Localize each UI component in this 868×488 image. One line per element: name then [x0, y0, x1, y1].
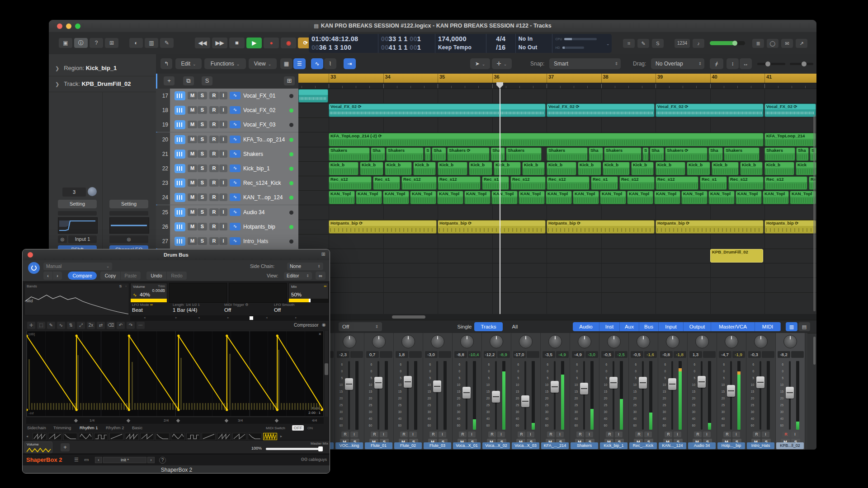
- region[interactable]: KAN_Topl: [790, 191, 816, 204]
- channel-strip[interactable]: -0,8-1,860510152025304060RIMSKAN..._124: [658, 333, 688, 450]
- loop-marker-icon[interactable]: [176, 419, 180, 422]
- region[interactable]: Shakers ⟳: [447, 147, 490, 161]
- automation-toggle-icon[interactable]: ∿: [230, 136, 241, 143]
- editor-zoom-strip[interactable]: [325, 331, 328, 417]
- output-gain-icon[interactable]: ◎: [109, 235, 148, 243]
- type-filter-inst[interactable]: Inst: [599, 322, 620, 331]
- channel-name[interactable]: VOC...king: [335, 442, 363, 449]
- channel-name[interactable]: KPB...ll_02: [776, 442, 804, 449]
- solo-button[interactable]: S: [198, 164, 207, 172]
- gain-knob[interactable]: [754, 335, 768, 348]
- mixer-icon[interactable]: ▥: [145, 38, 158, 48]
- grid-view-icon[interactable]: ▦: [280, 58, 292, 69]
- region[interactable]: Vocal_FX_02 ⟳: [764, 103, 816, 117]
- mix-module[interactable]: Mix ∞ 50%: [288, 283, 329, 303]
- region[interactable]: Rec_s1: [482, 176, 509, 190]
- loop-marker-icon[interactable]: [74, 419, 78, 422]
- region[interactable]: Rec_s12: [438, 176, 481, 190]
- mixer-scrollbar[interactable]: [813, 337, 816, 365]
- region[interactable]: Vocal_FX_02 ⟳: [547, 103, 655, 117]
- region[interactable]: Shakers: [764, 147, 795, 161]
- catch-playhead-icon[interactable]: ⇥: [344, 58, 356, 69]
- wave-preset-3[interactable]: [63, 433, 77, 440]
- region[interactable]: Shakers: [506, 147, 542, 161]
- copy-button[interactable]: Copy: [100, 272, 120, 280]
- solo-button[interactable]: S: [198, 179, 207, 187]
- narrow-view-icon[interactable]: ▥: [786, 322, 797, 331]
- channel-strip[interactable]: -12,2-8,960510152025304060RIMSVoca...X_0…: [482, 333, 511, 450]
- solo-button[interactable]: S: [198, 237, 207, 245]
- track-lane[interactable]: [298, 278, 816, 293]
- input-monitor-button[interactable]: I: [219, 179, 227, 187]
- channel-name[interactable]: KFA_..._214: [541, 442, 569, 449]
- region[interactable]: KAN_Topl: [519, 191, 545, 204]
- editor-tool-10-icon[interactable]: ↷: [127, 322, 135, 329]
- wave-tab-sidechain[interactable]: Sidechain: [27, 425, 46, 430]
- region[interactable]: Kick_b: [603, 162, 630, 175]
- titlebar[interactable]: ▤KAN PRO BREAKS SESSION #122.logicx - KA…: [49, 20, 816, 33]
- region[interactable]: KAN_Topl: [654, 191, 680, 204]
- track-header-row[interactable]: 24MSRI∿KAN_T...op_124: [157, 190, 298, 205]
- gain-knob[interactable]: [490, 335, 503, 348]
- solo-button[interactable]: S: [198, 223, 207, 230]
- region[interactable]: S: [642, 147, 649, 161]
- input-monitor-button[interactable]: I: [409, 432, 417, 437]
- mix-bar[interactable]: [289, 299, 328, 302]
- eq-thumbnail[interactable]: [58, 217, 98, 234]
- record-button[interactable]: R: [518, 432, 525, 437]
- fader-cap[interactable]: [756, 376, 764, 388]
- region[interactable]: KAN_Topl: [763, 191, 789, 204]
- input-monitor-button[interactable]: I: [219, 164, 227, 172]
- channel-strip[interactable]: -2,360510152025304060RIMSVOC...king: [335, 333, 364, 450]
- peak-value[interactable]: -4,9: [556, 351, 569, 358]
- channel-name[interactable]: Voca...X_03: [512, 442, 539, 449]
- volume-value[interactable]: -0,5: [601, 351, 614, 358]
- rewind-button[interactable]: ◀◀: [195, 38, 210, 48]
- editor-tool-4-icon[interactable]: ⇅: [67, 322, 75, 329]
- mute-button[interactable]: M: [188, 208, 197, 216]
- solo-button[interactable]: S: [198, 121, 207, 128]
- input-monitor-button[interactable]: I: [219, 193, 227, 201]
- pointer-tool-menu[interactable]: ➤⌄: [470, 58, 490, 69]
- master-volume-slider[interactable]: [710, 41, 745, 45]
- region[interactable]: Hotpants_bip ⟳: [438, 220, 546, 234]
- record-button[interactable]: R: [400, 432, 408, 437]
- volume-value[interactable]: -2,3: [337, 351, 349, 358]
- redo-button[interactable]: Redo: [167, 272, 187, 280]
- region[interactable]: Rec_s1: [591, 176, 618, 190]
- save-icon[interactable]: ▭: [84, 457, 89, 463]
- share-icon[interactable]: ↗: [796, 39, 807, 48]
- record-button[interactable]: R: [753, 432, 760, 437]
- input-monitor-button[interactable]: I: [585, 432, 593, 437]
- patch-name-field[interactable]: Init *: [103, 457, 146, 463]
- stop-button[interactable]: ■: [229, 38, 245, 48]
- editor-tool-9-icon[interactable]: ↶: [117, 322, 125, 329]
- region[interactable]: Kick_b: [438, 162, 467, 175]
- volume-value[interactable]: -0,5: [631, 351, 643, 358]
- wave-preset-7[interactable]: [125, 433, 139, 440]
- fader-cap[interactable]: [433, 380, 441, 392]
- automation-toggle-icon[interactable]: ∿: [230, 237, 241, 245]
- view-single-button[interactable]: Single: [452, 322, 477, 331]
- record-enable-button[interactable]: R: [209, 136, 219, 143]
- channel-strip[interactable]: -0,5-2,560510152025304060RIMSKick_bip_1: [599, 333, 629, 450]
- region[interactable]: Kick_b: [631, 162, 654, 175]
- type-filter-master-vca[interactable]: Master/VCA: [711, 322, 755, 331]
- input-monitor-button[interactable]: I: [674, 432, 681, 437]
- region[interactable]: KAN_Topl: [573, 191, 599, 204]
- wave-tab-basic[interactable]: Basic: [132, 425, 142, 430]
- paste-button[interactable]: Paste: [121, 272, 141, 280]
- automation-icon[interactable]: ∿: [311, 58, 323, 69]
- help-button[interactable]: ?: [159, 457, 166, 464]
- view-all-button[interactable]: All: [507, 322, 523, 331]
- undo-button[interactable]: Undo: [146, 272, 166, 280]
- region[interactable]: KFA_TopLoop_214: [764, 133, 816, 146]
- wave-preset-15[interactable]: [248, 433, 262, 440]
- input-selector[interactable]: Input 1: [68, 235, 97, 243]
- mute-button[interactable]: M: [188, 164, 197, 172]
- gain-knob[interactable]: [783, 335, 797, 348]
- region[interactable]: Kick_b: [469, 162, 492, 175]
- record-button[interactable]: R: [606, 432, 613, 437]
- list-editors-icon[interactable]: ≣: [752, 39, 764, 48]
- wave-preset-10[interactable]: [171, 433, 185, 440]
